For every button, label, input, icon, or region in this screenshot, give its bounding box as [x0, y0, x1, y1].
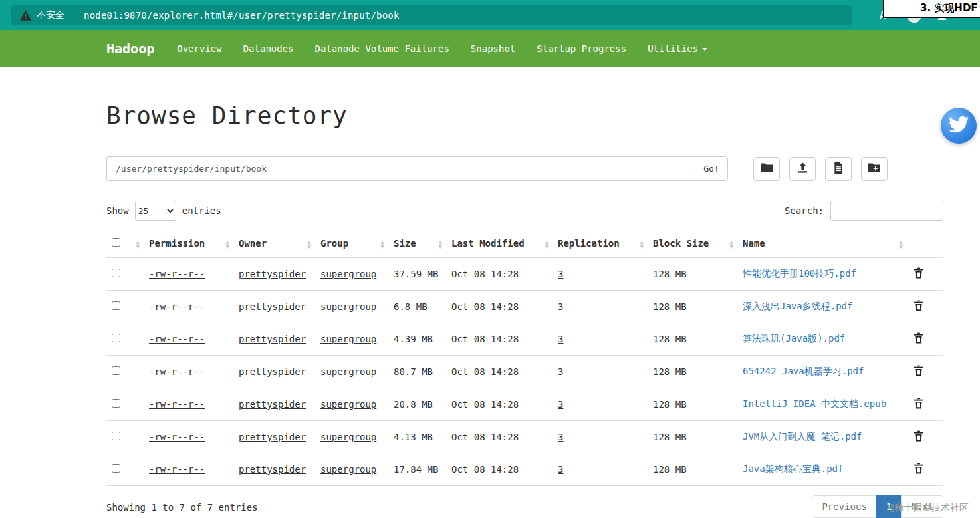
replication-value[interactable]: 3 — [558, 464, 563, 475]
permission-value[interactable]: -rw-r--r-- — [149, 399, 205, 410]
owner-value[interactable]: prettyspider — [239, 464, 306, 475]
trash-icon — [914, 463, 923, 476]
row-checkbox[interactable] — [112, 334, 120, 342]
group-value[interactable]: supergroup — [320, 269, 376, 279]
group-value[interactable]: supergroup — [320, 301, 376, 312]
delete-file-button[interactable] — [912, 364, 925, 380]
warning-icon — [20, 10, 31, 21]
url-text[interactable]: node01:9870/explorer.html#/user/prettysp… — [84, 10, 400, 21]
header-delete — [907, 231, 943, 258]
nav-item-utilities[interactable]: Utilities — [637, 43, 718, 54]
row-checkbox[interactable] — [112, 464, 120, 473]
header-name[interactable]: Name — [737, 231, 907, 258]
file-button[interactable] — [825, 157, 852, 181]
delete-file-button[interactable] — [912, 429, 925, 445]
header-label: Last Modified — [451, 238, 525, 249]
row-checkbox[interactable] — [112, 269, 120, 277]
replication-value[interactable]: 3 — [558, 269, 563, 279]
owner-value[interactable]: prettyspider — [239, 366, 306, 377]
nav-item-startup-progress[interactable]: Startup Progress — [526, 43, 637, 54]
file-link[interactable]: JVM从入门到入魔 笔记.pdf — [743, 431, 862, 442]
group-value[interactable]: supergroup — [320, 399, 376, 410]
header-size[interactable]: Size — [388, 231, 446, 258]
replication-value[interactable]: 3 — [558, 301, 563, 312]
row-checkbox[interactable] — [112, 366, 120, 375]
header-permission[interactable]: Permission — [144, 231, 233, 258]
folder-icon — [760, 162, 773, 175]
upload-icon — [797, 162, 808, 176]
size-value: 20.8 MB — [394, 399, 433, 410]
permission-value[interactable]: -rw-r--r-- — [149, 464, 205, 475]
delete-file-button[interactable] — [912, 266, 925, 282]
owner-value[interactable]: prettyspider — [239, 399, 306, 410]
page-size-select[interactable]: 25 — [135, 201, 176, 221]
owner-value[interactable]: prettyspider — [239, 334, 306, 344]
delete-file-button[interactable] — [912, 331, 925, 347]
nav-item-overview[interactable]: Overview — [166, 43, 232, 54]
delete-file-button[interactable] — [912, 461, 925, 477]
permission-value[interactable]: -rw-r--r-- — [149, 269, 205, 279]
header-replication[interactable]: Replication — [552, 231, 648, 258]
header-label: Block Size — [653, 238, 709, 249]
address-bar[interactable]: 不安全 node01:9870/explorer.html#/user/pret… — [11, 5, 852, 25]
group-value[interactable]: supergroup — [320, 334, 376, 344]
row-checkbox[interactable] — [112, 399, 120, 408]
entries-summary: Showing 1 to 7 of 7 entries — [106, 495, 258, 513]
search-input[interactable] — [830, 201, 943, 221]
file-icon — [834, 162, 843, 176]
nav-item-snapshot[interactable]: Snapshot — [460, 43, 526, 54]
permission-value[interactable]: -rw-r--r-- — [149, 366, 205, 377]
row-checkbox[interactable] — [112, 301, 120, 310]
owner-value[interactable]: prettyspider — [239, 301, 306, 312]
table-row: -rw-r--r-- prettyspider supergroup 6.8 M… — [106, 291, 943, 323]
group-value[interactable]: supergroup — [320, 432, 376, 442]
group-value[interactable]: supergroup — [320, 464, 376, 475]
go-button[interactable]: Go! — [695, 156, 728, 181]
nav-item-datanode-volume-failures[interactable]: Datanode Volume Failures — [305, 43, 460, 54]
select-all-header[interactable] — [106, 231, 144, 258]
security-label[interactable]: 不安全 — [37, 9, 64, 21]
header-last-modified[interactable]: Last Modified — [446, 231, 552, 258]
table-row: -rw-r--r-- prettyspider supergroup 4.13 … — [106, 421, 943, 453]
file-link[interactable]: 算法珠玑(Java版).pdf — [743, 333, 845, 344]
delete-file-button[interactable] — [912, 299, 925, 315]
trash-icon — [914, 430, 923, 444]
replication-value[interactable]: 3 — [558, 399, 563, 410]
owner-value[interactable]: prettyspider — [239, 269, 306, 279]
create-directory-button[interactable] — [861, 157, 888, 181]
table-row: -rw-r--r-- prettyspider supergroup 4.39 … — [106, 323, 943, 356]
permission-value[interactable]: -rw-r--r-- — [149, 334, 205, 344]
file-link[interactable]: IntelliJ IDEA 中文文档.epub — [743, 398, 886, 409]
create-directory-icon — [868, 162, 881, 175]
header-block-size[interactable]: Block Size — [648, 231, 737, 258]
owner-value[interactable]: prettyspider — [239, 432, 306, 442]
navbar-brand[interactable]: Hadoop — [106, 41, 154, 57]
file-link[interactable]: 654242 Java机器学习.pdf — [743, 366, 864, 376]
folder-button[interactable] — [753, 157, 780, 181]
replication-value[interactable]: 3 — [558, 432, 563, 442]
upload-button[interactable] — [789, 157, 816, 181]
permission-value[interactable]: -rw-r--r-- — [149, 301, 205, 312]
replication-value[interactable]: 3 — [558, 366, 563, 377]
directory-path-input[interactable] — [106, 156, 695, 181]
header-label: Name — [743, 238, 765, 249]
table-controls: Show 25 entries Search: — [106, 201, 943, 221]
previous-page-button[interactable]: Previous — [812, 495, 876, 518]
file-link[interactable]: Java架构核心宝典.pdf — [743, 463, 843, 474]
select-all-checkbox[interactable] — [112, 238, 120, 247]
header-group[interactable]: Group — [315, 231, 388, 258]
trash-icon — [914, 267, 923, 281]
file-link[interactable]: 深入浅出Java多线程.pdf — [743, 301, 852, 311]
browser-chrome: 不安全 node01:9870/explorer.html#/user/pret… — [0, 0, 980, 30]
page-title: Browse Directory — [106, 102, 943, 140]
replication-value[interactable]: 3 — [558, 334, 563, 344]
header-label: Size — [394, 238, 416, 249]
delete-file-button[interactable] — [912, 396, 925, 412]
floating-bird-widget[interactable] — [941, 108, 977, 144]
row-checkbox[interactable] — [112, 432, 120, 440]
header-owner[interactable]: Owner — [233, 231, 315, 258]
group-value[interactable]: supergroup — [320, 366, 376, 377]
nav-item-datanodes[interactable]: Datanodes — [233, 43, 305, 54]
permission-value[interactable]: -rw-r--r-- — [149, 432, 205, 442]
file-link[interactable]: 性能优化手册100技巧.pdf — [743, 268, 856, 279]
